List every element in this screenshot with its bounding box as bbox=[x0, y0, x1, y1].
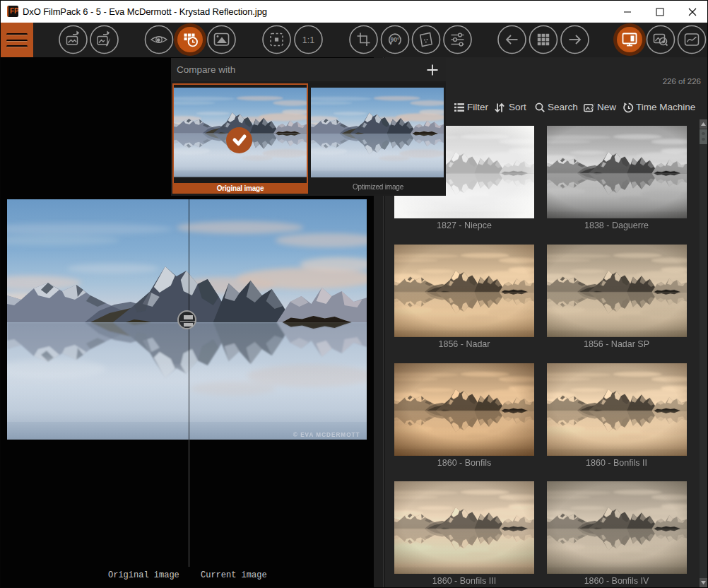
svg-text:© EVA MCDERMOTT: © EVA MCDERMOTT bbox=[293, 432, 360, 438]
svg-text:90°: 90° bbox=[391, 36, 400, 43]
svg-text:1:1: 1:1 bbox=[302, 35, 314, 45]
